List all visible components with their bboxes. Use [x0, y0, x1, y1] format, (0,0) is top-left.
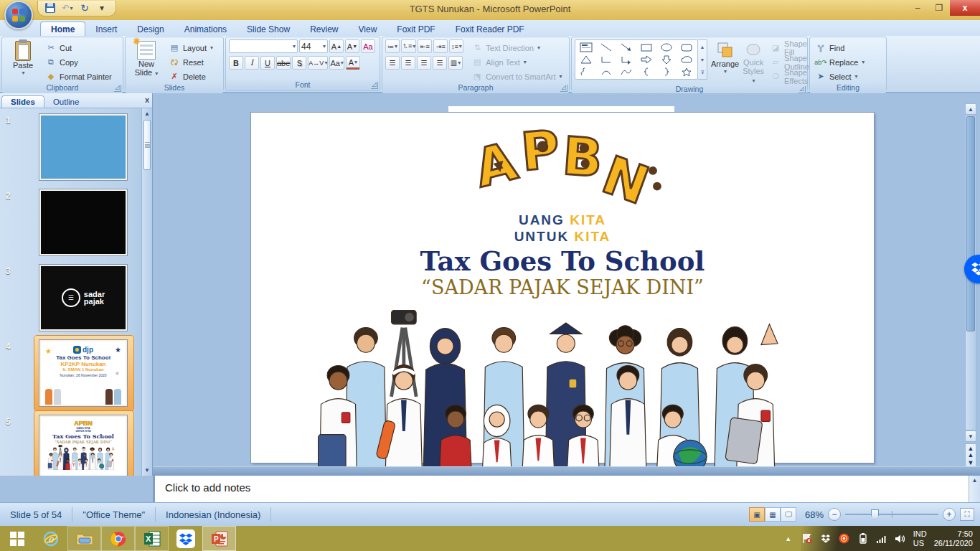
- align-text-button[interactable]: ▤Align Text▾: [469, 56, 564, 68]
- shrink-font-button[interactable]: A▼: [345, 39, 359, 53]
- grow-font-button[interactable]: A▲: [329, 39, 344, 53]
- tab-view[interactable]: View: [349, 22, 387, 36]
- slide-thumbnail-1[interactable]: [39, 114, 127, 180]
- character-spacing-button[interactable]: A↔V▾: [308, 56, 328, 70]
- bold-button[interactable]: B: [229, 56, 243, 70]
- panel-tab-outline[interactable]: Outline: [44, 96, 88, 108]
- panel-tab-slides[interactable]: Slides: [1, 95, 44, 108]
- format-painter-button[interactable]: ◆Format Painter: [43, 70, 114, 83]
- shapes-gallery-scrollbar[interactable]: ▲▼⊽: [698, 39, 707, 80]
- font-dialog-launcher[interactable]: ◿: [371, 82, 378, 89]
- notes-pane[interactable]: Click to add notes ▲: [153, 476, 980, 502]
- increase-indent-button[interactable]: ⇥≡: [433, 39, 448, 53]
- zoom-in-button[interactable]: +: [943, 508, 956, 521]
- slides-panel-scrollbar[interactable]: ▲ ▼: [141, 108, 152, 476]
- reset-button[interactable]: 🗘Reset: [166, 56, 215, 68]
- convert-smartart-button[interactable]: ⬔Convert to SmartArt▾: [469, 70, 564, 83]
- zoom-out-button[interactable]: −: [828, 508, 841, 521]
- current-slide-canvas[interactable]: UANG KITA UNTUK KITA Tax Goes To School …: [251, 113, 874, 463]
- columns-button[interactable]: ▥▾: [448, 56, 463, 70]
- notes-scrollbar[interactable]: ▲: [969, 476, 980, 502]
- layout-button[interactable]: ▤Layout▾: [166, 42, 215, 54]
- align-right-button[interactable]: ☰: [417, 56, 431, 70]
- numbering-button[interactable]: ⒈≡▾: [401, 39, 416, 53]
- quick-styles-button[interactable]: Quick Styles ▾: [743, 39, 764, 84]
- internet-explorer-button[interactable]: e: [34, 526, 67, 551]
- line-spacing-button[interactable]: ↕≡▾: [449, 39, 463, 53]
- dropbox-taskbar-button[interactable]: [169, 526, 202, 551]
- cut-button[interactable]: ✂Cut: [43, 42, 114, 54]
- clock[interactable]: 7:5026/11/2020: [934, 529, 973, 548]
- tab-design[interactable]: Design: [127, 22, 174, 36]
- font-color-button[interactable]: A▾: [346, 56, 360, 70]
- underline-button[interactable]: U: [260, 56, 275, 70]
- volume-icon[interactable]: [895, 533, 906, 545]
- arrange-button[interactable]: Arrange▾: [711, 39, 739, 84]
- strikethrough-button[interactable]: abe: [276, 56, 291, 70]
- replace-button[interactable]: ab↷Replace▾: [813, 56, 867, 68]
- recorder-tray-icon[interactable]: [839, 533, 850, 545]
- paste-button[interactable]: Paste▾: [5, 39, 41, 83]
- restore-button[interactable]: ❐: [928, 0, 950, 16]
- theme-indicator[interactable]: "Office Theme": [72, 507, 156, 522]
- editor-scroll-up-icon[interactable]: ▲: [965, 103, 976, 115]
- chrome-button[interactable]: [101, 526, 135, 551]
- excel-button[interactable]: X: [135, 526, 169, 551]
- paragraph-dialog-launcher[interactable]: ◿: [560, 85, 567, 92]
- drawing-dialog-launcher[interactable]: ◿: [798, 86, 806, 93]
- font-name-combo[interactable]: ▾: [229, 39, 298, 53]
- action-center-flag-icon[interactable]: [801, 533, 813, 545]
- language-indicator[interactable]: Indonesian (Indonesia): [156, 507, 271, 522]
- slide-thumbnail-5[interactable]: APBN UANG KITA UNTUK KITA Tax Goes To Sc…: [39, 415, 127, 476]
- shapes-gallery[interactable]: [575, 39, 698, 80]
- hidden-icons-button[interactable]: ▲: [783, 533, 794, 545]
- powerpoint-taskbar-button[interactable]: P: [202, 526, 236, 551]
- text-shadow-button[interactable]: S: [292, 56, 306, 70]
- language-indicator-tray[interactable]: INDUS: [913, 529, 927, 548]
- justify-button[interactable]: ☰: [433, 56, 447, 70]
- scrollbar-thumb[interactable]: [143, 120, 151, 170]
- start-button[interactable]: [0, 526, 34, 551]
- tab-home[interactable]: Home: [40, 22, 85, 36]
- font-size-combo[interactable]: 44▾: [299, 39, 328, 53]
- fit-to-window-button[interactable]: ⛶: [960, 508, 974, 521]
- tab-foxit-reader-pdf[interactable]: Foxit Reader PDF: [446, 22, 534, 36]
- clipboard-dialog-launcher[interactable]: ◿: [114, 85, 121, 92]
- previous-slide-button[interactable]: ▲▲: [966, 446, 976, 458]
- select-button[interactable]: ➤Select▾: [813, 70, 867, 83]
- slide-thumbnail-4[interactable]: ★ ★ ★ djp Tax Goes To School KP2KP Nunuk…: [39, 340, 127, 406]
- battery-icon[interactable]: [857, 533, 869, 545]
- slide-show-view-button[interactable]: 🖵: [781, 507, 796, 522]
- office-button[interactable]: [4, 1, 33, 29]
- decrease-indent-button[interactable]: ⇤≡: [418, 39, 432, 53]
- file-explorer-button[interactable]: [67, 526, 101, 551]
- minimize-button[interactable]: –: [907, 0, 928, 16]
- zoom-level[interactable]: 68%: [801, 509, 824, 520]
- slide-sorter-view-button[interactable]: ▦: [765, 507, 781, 522]
- network-signal-icon[interactable]: [876, 533, 887, 545]
- tab-foxit-pdf[interactable]: Foxit PDF: [387, 22, 445, 36]
- find-button[interactable]: 🝖Find: [813, 42, 867, 54]
- bullets-button[interactable]: ≔▾: [385, 39, 400, 53]
- scroll-up-icon[interactable]: ▲: [142, 108, 152, 119]
- tab-slide-show[interactable]: Slide Show: [237, 22, 300, 36]
- panel-close-button[interactable]: x: [145, 95, 149, 104]
- copy-button[interactable]: ⧉Copy: [43, 56, 114, 68]
- tab-animations[interactable]: Animations: [174, 22, 237, 36]
- slide-thumbnail-3[interactable]: ☰ sadarpajak: [39, 265, 127, 331]
- tab-review[interactable]: Review: [300, 22, 348, 36]
- clear-formatting-button[interactable]: Aa: [361, 39, 375, 53]
- zoom-slider[interactable]: [845, 508, 938, 521]
- zoom-slider-thumb[interactable]: [871, 509, 879, 519]
- close-button[interactable]: x: [950, 0, 980, 16]
- dropbox-tray-icon[interactable]: [820, 533, 831, 545]
- scroll-down-icon[interactable]: ▼: [142, 465, 152, 476]
- text-direction-button[interactable]: ⇅Text Direction▾: [469, 42, 564, 54]
- change-case-button[interactable]: Aa▾: [329, 56, 344, 70]
- italic-button[interactable]: I: [245, 56, 259, 70]
- editor-scroll-down-icon[interactable]: ▼: [965, 430, 976, 442]
- editor-scrollbar-thumb[interactable]: [966, 116, 975, 331]
- delete-button[interactable]: ✗Delete: [166, 70, 215, 83]
- align-center-button[interactable]: ☰: [401, 56, 415, 70]
- tab-insert[interactable]: Insert: [85, 22, 127, 36]
